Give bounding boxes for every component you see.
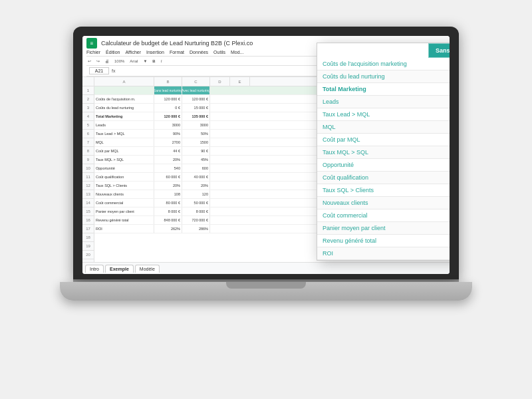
menu-donnees[interactable]: Données	[190, 50, 208, 55]
popup-sans-cell: 247%	[429, 247, 450, 260]
toolbar-undo[interactable]: ↩	[86, 58, 92, 64]
menu-outils[interactable]: Outils	[213, 50, 225, 55]
cell-r11-c[interactable]: 40 000 €	[182, 173, 210, 181]
row-header-9: 9	[82, 156, 94, 164]
cell-r2-a[interactable]: Coûts de l'acquisition m.	[94, 95, 154, 103]
cell-r16-b[interactable]: 848 000 €	[154, 216, 182, 224]
cell-r13-a[interactable]: Nouveaux clients	[94, 190, 154, 198]
menu-mod[interactable]: Mod...	[231, 50, 243, 55]
cell-r13-c[interactable]: 120	[182, 190, 210, 198]
col-a-header[interactable]: A	[94, 77, 154, 86]
toolbar-italic[interactable]: I	[160, 59, 164, 64]
cell-r7-a[interactable]: MQL	[94, 138, 154, 146]
cell-r9-a[interactable]: Taux MQL > SQL	[94, 156, 154, 164]
cell-r2-c[interactable]: 120 000 €	[182, 95, 210, 103]
cell-r15-a[interactable]: Panier moyen par client	[94, 207, 154, 215]
laptop-base	[60, 282, 472, 301]
cell-r3-b[interactable]: 0 €	[154, 104, 182, 112]
toolbar-redo[interactable]: ↪	[95, 58, 101, 64]
menu-edition[interactable]: Édition	[106, 50, 120, 55]
cell-reference[interactable]: A21	[89, 67, 109, 74]
tab-modele[interactable]: Modèle	[135, 265, 160, 273]
cell-r11-a[interactable]: Coût qualification	[94, 173, 154, 181]
cell-r17-a[interactable]: ROI	[94, 225, 154, 233]
cell-r11-b[interactable]: 60 000 €	[154, 173, 182, 181]
cell-r8-a[interactable]: Coût par MQL	[94, 147, 154, 155]
popup-label-cell: Taux Lead > MQL	[317, 108, 429, 121]
cell-r7-c[interactable]: 1500	[182, 138, 210, 146]
menu-format[interactable]: Format	[170, 50, 184, 55]
popup-table-row: Taux MQL > SQL40%80%	[317, 146, 450, 159]
sheets-title: Calculateur de budget de Lead Nurturing …	[101, 40, 253, 47]
menu-afficher[interactable]: Afficher	[125, 50, 141, 55]
cell-r12-a[interactable]: Taux SQL > Clients	[94, 182, 154, 190]
cell-r4-a[interactable]: Total Marketing	[94, 112, 154, 120]
toolbar-print[interactable]: 🖨	[104, 59, 110, 64]
cell-r17-b[interactable]: 262%	[154, 225, 182, 233]
cell-r7-b[interactable]: 2700	[154, 138, 182, 146]
row-header-20: 20	[82, 251, 94, 259]
row-header-3: 3	[82, 104, 94, 112]
popup-table-row: Panier moyen par client4 000 €4 000 €	[317, 222, 450, 235]
cell-r14-b[interactable]: 80 000 €	[154, 199, 182, 207]
cell-r5-a[interactable]: Leads	[94, 121, 154, 129]
cell-r14-c[interactable]: 50 000 €	[182, 199, 210, 207]
cell-r10-b[interactable]: 540	[154, 164, 182, 172]
cell-r8-b[interactable]: 44 €	[154, 147, 182, 155]
cell-r14-a[interactable]: Coût commercial	[94, 199, 154, 207]
row-header-10: 10	[82, 164, 94, 173]
popup-label-cell: Nouveaux clients	[317, 197, 429, 209]
toolbar-font[interactable]: Arial	[128, 59, 139, 64]
cell-r16-a[interactable]: Revenu généré total	[94, 216, 154, 224]
col-d-header[interactable]: D	[210, 77, 230, 86]
popup-table-row: Nouveaux clients8696	[317, 197, 450, 209]
popup-label-cell: Taux SQL > Clients	[317, 184, 429, 197]
cell-r6-b[interactable]: 90%	[154, 130, 182, 138]
cell-r3-c[interactable]: 15 000 €	[182, 104, 210, 112]
row-header-14: 14	[82, 199, 94, 207]
popup-sans-cell: 90%	[429, 108, 450, 121]
cell-r3-a[interactable]: Coûts du lead nurturing	[94, 104, 154, 112]
popup-table-row: ROI247%263%	[317, 247, 450, 260]
menu-insertion[interactable]: Insertion	[146, 50, 164, 55]
sheet-tabs: Intro Exemple Modèle	[82, 262, 450, 274]
cell-r13-b[interactable]: 108	[154, 190, 182, 198]
toolbar-bold[interactable]: B	[151, 59, 156, 64]
row-header-18: 18	[82, 233, 94, 242]
cell-r4-c[interactable]: 135 000 €	[182, 112, 210, 120]
cell-r5-c[interactable]: 3000	[182, 121, 210, 129]
laptop-wrapper: Calculateur de budget de Lead Nurturing …	[40, 27, 492, 372]
cell-r6-a[interactable]: Taux Lead > MQL	[94, 130, 154, 138]
cell-r10-a[interactable]: Opportunité	[94, 164, 154, 172]
cell-r15-b[interactable]: 8 000 €	[154, 207, 182, 215]
cell-r9-c[interactable]: 45%	[182, 156, 210, 164]
tab-intro[interactable]: Intro	[85, 265, 104, 273]
cell-r16-c[interactable]: 720 000 €	[182, 216, 210, 224]
popup-sans-cell: 60 000 €	[429, 58, 450, 70]
toolbar-zoom[interactable]: 100%	[113, 59, 126, 64]
cell-r6-c[interactable]: 50%	[182, 130, 210, 138]
popup-sans-cell: 1 080	[429, 121, 450, 134]
popup-header-sans: Sans lead nurturing	[429, 44, 450, 58]
cell-r1-b[interactable]: Sans lead nurturing	[154, 86, 182, 94]
cell-r5-b[interactable]: 3000	[154, 121, 182, 129]
tab-exemple[interactable]: Exemple	[105, 265, 134, 273]
col-c-header[interactable]: C	[182, 77, 210, 86]
popup-table-row: Coût commercial50 000 €50 000 €	[317, 209, 450, 222]
row-header-19: 19	[82, 242, 94, 251]
col-e-header[interactable]: E	[230, 77, 250, 86]
cell-r1-a[interactable]	[94, 86, 154, 94]
cell-r4-b[interactable]: 120 000 €	[154, 112, 182, 120]
cell-r1-c[interactable]: Avec lead nurturing	[182, 86, 210, 94]
cell-r12-b[interactable]: 20%	[154, 182, 182, 190]
cell-r12-c[interactable]: 20%	[182, 182, 210, 190]
toolbar-size[interactable]: ▼	[142, 59, 148, 64]
cell-r15-c[interactable]: 8 000 €	[182, 207, 210, 215]
cell-r10-c[interactable]: 600	[182, 164, 210, 172]
cell-r8-c[interactable]: 90 €	[182, 147, 210, 155]
menu-fichier[interactable]: Fichier	[86, 50, 100, 55]
cell-r2-b[interactable]: 120 000 €	[154, 95, 182, 103]
cell-r9-b[interactable]: 20%	[154, 156, 182, 164]
col-b-header[interactable]: B	[154, 77, 182, 86]
cell-r17-c[interactable]: 286%	[182, 225, 210, 233]
